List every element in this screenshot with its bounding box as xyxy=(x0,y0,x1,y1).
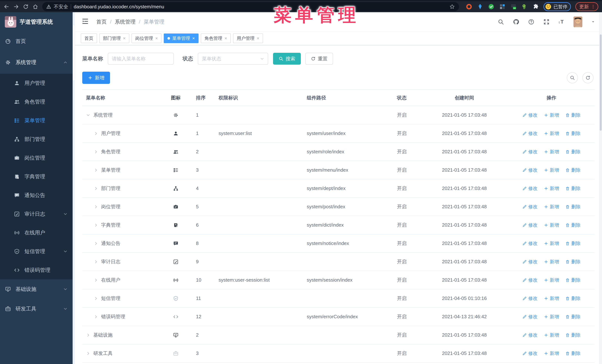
op-delete-link[interactable]: 删除 xyxy=(565,332,580,338)
sidebar-item-role[interactable]: 角色管理 xyxy=(0,92,73,111)
op-edit-link[interactable]: 修改 xyxy=(522,332,538,338)
op-edit-link[interactable]: 修改 xyxy=(522,149,538,155)
tab-close-icon[interactable]: × xyxy=(192,36,195,41)
op-edit-link[interactable]: 修改 xyxy=(522,240,538,246)
op-edit-link[interactable]: 修改 xyxy=(522,222,538,228)
ext-on-badge-icon[interactable]: on xyxy=(510,3,517,10)
tab-close-icon[interactable]: × xyxy=(155,36,158,41)
op-delete-link[interactable]: 删除 xyxy=(565,350,580,356)
op-delete-link[interactable]: 删除 xyxy=(565,130,580,136)
sidebar-item-user[interactable]: 用户管理 xyxy=(0,74,73,92)
sidebar-item-audit[interactable]: 审计日志 xyxy=(0,205,73,223)
op-edit-link[interactable]: 修改 xyxy=(522,295,538,302)
op-delete-link[interactable]: 删除 xyxy=(565,259,580,265)
op-edit-link[interactable]: 修改 xyxy=(522,204,538,210)
row-expand-arrow[interactable] xyxy=(94,186,98,191)
bookmark-star-icon[interactable] xyxy=(449,4,455,10)
sidebar-item-system[interactable]: 系统管理 xyxy=(0,51,73,74)
row-expand-arrow[interactable] xyxy=(94,260,98,264)
sidebar-item-sms[interactable]: 短信管理 xyxy=(0,242,73,261)
sidebar-item-menu[interactable]: 菜单管理 xyxy=(0,111,73,130)
op-add-link[interactable]: 新增 xyxy=(544,130,559,136)
add-button[interactable]: 新增 xyxy=(82,72,110,84)
tab-menu[interactable]: 菜单管理× xyxy=(164,33,199,43)
reset-button[interactable]: 重置 xyxy=(305,53,333,65)
search-button[interactable]: 搜索 xyxy=(273,53,301,65)
op-add-link[interactable]: 新增 xyxy=(544,350,559,356)
tab-close-icon[interactable]: × xyxy=(225,36,227,41)
user-avatar[interactable] xyxy=(573,16,582,27)
op-add-link[interactable]: 新增 xyxy=(544,240,559,246)
op-edit-link[interactable]: 修改 xyxy=(522,112,538,118)
browser-home-icon[interactable] xyxy=(32,3,39,10)
op-edit-link[interactable]: 修改 xyxy=(522,130,538,136)
tab-post[interactable]: 岗位管理× xyxy=(131,33,161,43)
sidebar-item-home[interactable]: 首页 xyxy=(0,31,73,51)
row-expand-arrow[interactable] xyxy=(86,351,90,356)
sidebar-item-dict[interactable]: 字典管理 xyxy=(0,167,73,186)
browser-forward-icon[interactable] xyxy=(12,3,20,10)
op-edit-link[interactable]: 修改 xyxy=(522,185,538,191)
op-edit-link[interactable]: 修改 xyxy=(522,167,538,173)
breadcrumb-item[interactable]: 系统管理 xyxy=(115,18,136,25)
op-add-link[interactable]: 新增 xyxy=(544,149,559,155)
op-add-link[interactable]: 新增 xyxy=(544,332,559,338)
help-icon[interactable] xyxy=(528,19,535,25)
url-bar[interactable]: 不安全 dashboard.yudao.iocoder.cn/system/me… xyxy=(42,2,459,11)
tab-close-icon[interactable]: × xyxy=(257,36,259,41)
op-edit-link[interactable]: 修改 xyxy=(522,259,538,265)
ext-green-creature-icon[interactable] xyxy=(521,3,528,10)
browser-menu-dots-icon[interactable] xyxy=(591,4,595,9)
font-size-icon[interactable]: tT xyxy=(558,19,565,25)
sidebar-item-devtool[interactable]: 研发工具 xyxy=(0,299,73,319)
browser-back-icon[interactable] xyxy=(3,3,10,10)
row-expand-arrow[interactable] xyxy=(94,131,98,136)
ext-blue-squares-icon[interactable] xyxy=(499,3,506,10)
op-add-link[interactable]: 新增 xyxy=(544,295,559,302)
tab-dept[interactable]: 部门管理× xyxy=(99,33,129,43)
browser-reload-icon[interactable] xyxy=(22,3,30,10)
row-expand-arrow[interactable] xyxy=(86,113,90,117)
page-scrollbar-thumb[interactable] xyxy=(600,34,602,131)
row-expand-arrow[interactable] xyxy=(94,205,98,209)
sidebar-collapse-icon[interactable] xyxy=(82,18,90,26)
op-edit-link[interactable]: 修改 xyxy=(522,314,538,320)
breadcrumb-item[interactable]: 首页 xyxy=(96,18,107,25)
op-add-link[interactable]: 新增 xyxy=(544,259,559,265)
github-icon[interactable] xyxy=(513,19,519,25)
sidebar-item-online[interactable]: 在线用户 xyxy=(0,223,73,242)
row-expand-arrow[interactable] xyxy=(94,315,98,319)
sidebar-scrollbar[interactable] xyxy=(73,12,75,364)
row-expand-arrow[interactable] xyxy=(94,168,98,172)
sidebar-item-infra[interactable]: 基础设施 xyxy=(0,279,73,299)
op-add-link[interactable]: 新增 xyxy=(544,185,559,191)
op-delete-link[interactable]: 删除 xyxy=(565,314,580,320)
op-add-link[interactable]: 新增 xyxy=(544,314,559,320)
op-delete-link[interactable]: 删除 xyxy=(565,204,580,210)
browser-profile-chip[interactable]: 已暂停 xyxy=(543,2,571,11)
op-add-link[interactable]: 新增 xyxy=(544,167,559,173)
refresh-table-button[interactable] xyxy=(582,72,593,83)
sidebar-item-notice[interactable]: 通知公告 xyxy=(0,186,73,205)
sidebar-item-dept[interactable]: 部门管理 xyxy=(0,130,73,148)
row-expand-arrow[interactable] xyxy=(94,278,98,282)
ext-orange-ring-icon[interactable] xyxy=(466,3,472,10)
op-delete-link[interactable]: 删除 xyxy=(565,240,580,246)
op-delete-link[interactable]: 删除 xyxy=(565,112,580,118)
row-expand-arrow[interactable] xyxy=(94,150,98,154)
op-delete-link[interactable]: 删除 xyxy=(565,167,580,173)
op-add-link[interactable]: 新增 xyxy=(544,112,559,118)
op-delete-link[interactable]: 删除 xyxy=(565,295,580,302)
sidebar-scrollbar-thumb[interactable] xyxy=(73,25,75,81)
tab-role[interactable]: 角色管理× xyxy=(201,33,231,43)
page-scrollbar[interactable] xyxy=(599,12,602,364)
sidebar-item-errcode[interactable]: 错误码管理 xyxy=(0,261,73,279)
status-select[interactable]: 菜单状态 xyxy=(198,53,268,65)
search-icon[interactable] xyxy=(497,19,504,25)
op-add-link[interactable]: 新增 xyxy=(544,277,559,283)
op-delete-link[interactable]: 删除 xyxy=(565,222,580,228)
fullscreen-icon[interactable] xyxy=(543,19,550,25)
tab-close-icon[interactable]: × xyxy=(123,36,126,41)
ext-blue-gem-icon[interactable] xyxy=(477,3,484,10)
menu-name-input[interactable] xyxy=(108,53,174,65)
